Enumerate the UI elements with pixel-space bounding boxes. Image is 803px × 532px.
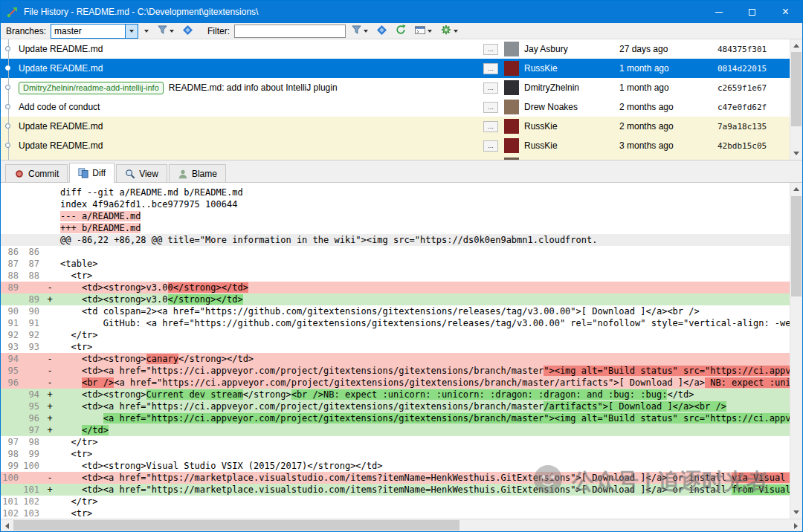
line-number-new: 101 bbox=[23, 484, 44, 496]
commit-actions-button[interactable]: ... bbox=[483, 140, 498, 152]
diff-segment: <td><strong>Visual Studio VSIX (2015/201… bbox=[60, 461, 382, 471]
scroll-left-button[interactable] bbox=[1, 519, 13, 532]
diff-line: 9292 </tr> bbox=[1, 329, 790, 341]
commit-message-cell: Update README.md bbox=[17, 121, 483, 132]
diff-text: <td><strong>Visual Studio VSIX (2015/201… bbox=[56, 460, 790, 472]
tab-label: View bbox=[139, 169, 158, 179]
filter-input[interactable] bbox=[234, 25, 346, 38]
commit-row[interactable]: Add code of conduct...Drew Noakes2 month… bbox=[1, 97, 790, 117]
commit-actions-button[interactable]: ... bbox=[483, 44, 498, 55]
scrollbar-thumb[interactable] bbox=[791, 196, 802, 296]
commit-message: Update README.md bbox=[19, 121, 103, 132]
refresh-icon bbox=[396, 25, 406, 37]
line-number-old: 90 bbox=[2, 305, 23, 317]
diff-marker bbox=[44, 507, 56, 519]
branch-combobox[interactable]: master bbox=[51, 24, 138, 39]
diff-text: </td> bbox=[56, 424, 790, 436]
tab-blame[interactable]: Blame bbox=[169, 164, 226, 182]
diff-text: <td><strong>Current dev stream</strong><… bbox=[56, 389, 790, 400]
diff-line: 8787<table> bbox=[1, 258, 790, 270]
commit-row[interactable]: Update README.md...RussKie3 months ago42… bbox=[1, 136, 790, 155]
diff-marker: + bbox=[44, 389, 56, 400]
commit-row[interactable]: Update README.md...RussKie2 months ago7a… bbox=[1, 117, 790, 136]
diff-word-highlight: NB: expect :unicorn bbox=[705, 377, 790, 388]
graph-lane bbox=[1, 39, 17, 59]
commit-actions-button[interactable]: ... bbox=[483, 82, 498, 94]
refresh-button[interactable] bbox=[393, 24, 409, 39]
diff-text: <td><a href="https://ci.appveyor.com/pro… bbox=[56, 400, 790, 412]
diff-segment bbox=[60, 425, 82, 435]
line-number-new: 86 bbox=[23, 246, 44, 258]
commit-tab-icon bbox=[14, 169, 25, 179]
diff-line: 100- <td><a href="https://marketplace.vi… bbox=[1, 472, 790, 484]
diff-marker: + bbox=[44, 412, 56, 424]
diff-marker: + bbox=[44, 293, 56, 305]
compare-button[interactable] bbox=[180, 24, 196, 39]
graph-node-icon bbox=[5, 85, 10, 90]
maximize-button[interactable] bbox=[735, 1, 769, 23]
diff-horizontal-scrollbar[interactable] bbox=[1, 519, 802, 531]
commit-row[interactable]: Update README.md...Jay Asbury27 days ago… bbox=[1, 39, 790, 59]
line-number-old: 101 bbox=[2, 496, 23, 507]
line-number-old: 102 bbox=[2, 507, 23, 519]
diff-line: 102103 <tr> bbox=[1, 507, 790, 519]
branch-filter-button[interactable] bbox=[155, 24, 177, 39]
navigate-button[interactable] bbox=[374, 24, 390, 39]
tab-view[interactable]: View bbox=[116, 164, 167, 182]
diff-segment: <tr> bbox=[60, 508, 92, 519]
line-number-new bbox=[23, 234, 44, 246]
diff-text: diff --git a/README.md b/README.md bbox=[56, 186, 790, 198]
commit-message-cell: DmitryZhelnin/readme-add-intellij-infoRE… bbox=[17, 82, 483, 94]
diff-segment: <tr> bbox=[60, 270, 92, 281]
line-number-old: 99 bbox=[2, 460, 23, 472]
tab-commit[interactable]: Commit bbox=[5, 164, 68, 182]
line-number-old: 96 bbox=[2, 377, 23, 389]
commit-row[interactable]: Update README.md...RussKie1 month ago081… bbox=[1, 59, 790, 78]
toolbar: Branches: master Filter: bbox=[1, 23, 802, 39]
tab-strip: CommitDiffViewBlame bbox=[1, 160, 802, 183]
close-button[interactable]: × bbox=[769, 1, 802, 23]
commit-list-scrollbar[interactable] bbox=[790, 39, 802, 160]
branch-options-dropdown-button[interactable] bbox=[141, 24, 152, 39]
scroll-right-button[interactable] bbox=[790, 519, 802, 532]
commit-actions-button[interactable]: ... bbox=[483, 102, 498, 113]
line-number-old: 98 bbox=[2, 448, 23, 460]
scrollbar-thumb[interactable] bbox=[13, 520, 459, 531]
line-number-new bbox=[23, 198, 44, 210]
minimize-icon bbox=[715, 12, 723, 13]
diff-file-text: +++ b/README.md bbox=[60, 223, 141, 233]
line-number-new: 97 bbox=[23, 424, 44, 436]
message-filter-button[interactable] bbox=[349, 24, 371, 39]
branches-label: Branches: bbox=[4, 26, 48, 36]
line-number-new bbox=[23, 365, 44, 377]
commit-actions-button[interactable]: ... bbox=[483, 63, 498, 74]
diff-vertical-scrollbar[interactable] bbox=[790, 183, 802, 519]
minimize-button[interactable] bbox=[702, 1, 735, 23]
commit-message-cell: Add code of conduct bbox=[17, 102, 483, 112]
commit-hash: c2659f1e67 bbox=[717, 83, 777, 93]
diff-line: 89- <td><strong>v3.00</strong></td> bbox=[1, 282, 790, 293]
graph-lane bbox=[1, 155, 17, 160]
tab-diff[interactable]: Diff bbox=[69, 163, 115, 183]
chevron-down-icon[interactable] bbox=[125, 25, 138, 38]
diff-content[interactable]: diff --git a/README.md b/README.mdindex … bbox=[1, 183, 790, 519]
scrollbar-thumb[interactable] bbox=[791, 52, 802, 126]
diff-text: </tr> bbox=[56, 496, 790, 507]
graph-node-icon bbox=[5, 46, 10, 51]
line-number-new: 94 bbox=[23, 389, 44, 400]
scroll-up-button[interactable] bbox=[790, 39, 802, 52]
scroll-down-button[interactable] bbox=[790, 147, 802, 160]
avatar bbox=[504, 42, 519, 56]
settings-button[interactable] bbox=[438, 24, 461, 39]
diff-text: <tr> bbox=[56, 341, 790, 353]
scroll-down-button[interactable] bbox=[790, 506, 802, 519]
commit-row[interactable]: DmitryZhelnin/readme-add-intellij-infoRE… bbox=[1, 78, 790, 97]
commit-message: README.md: add info about IntelliJ plugi… bbox=[169, 82, 338, 93]
commit-row[interactable] bbox=[1, 155, 790, 160]
scroll-up-button[interactable] bbox=[790, 183, 802, 195]
diff-marker bbox=[44, 341, 56, 353]
console-button[interactable] bbox=[412, 24, 435, 39]
commit-date: 3 months ago bbox=[619, 140, 717, 151]
commit-actions-button[interactable]: ... bbox=[483, 121, 498, 132]
diff-tab-icon bbox=[78, 168, 88, 178]
